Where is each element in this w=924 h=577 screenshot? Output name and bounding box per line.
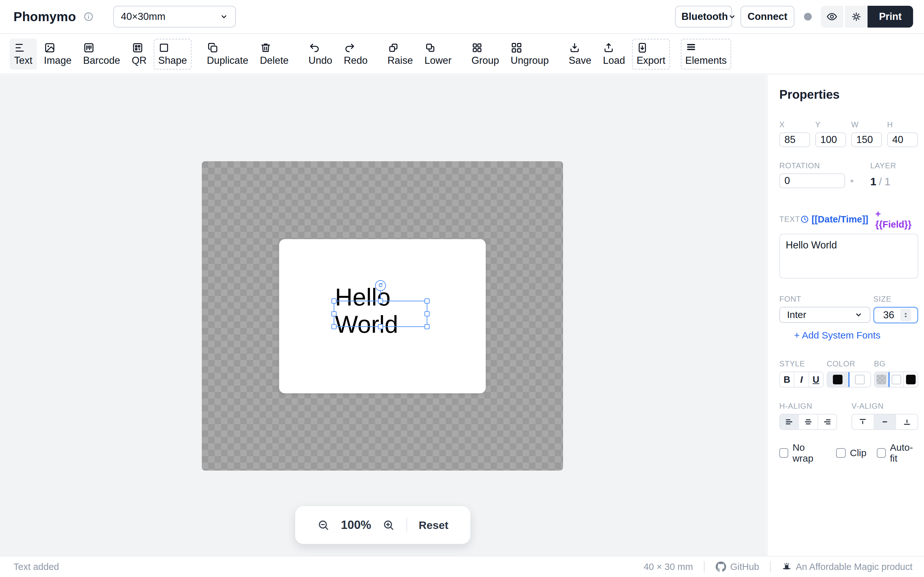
text-content-input[interactable]: Hello World	[779, 234, 918, 279]
toolbar-group-button[interactable]: Group	[467, 39, 503, 69]
toolbar-image-button[interactable]: Image	[39, 39, 76, 69]
rotate-handle[interactable]	[375, 280, 386, 291]
github-link[interactable]: GitHub	[716, 561, 759, 572]
bg-swatch-black[interactable]	[904, 372, 918, 387]
product-credit[interactable]: An Affordable Magic product	[782, 562, 913, 572]
toolbar-undo-button[interactable]: Undo	[304, 39, 337, 69]
selection-handle-sw[interactable]	[331, 324, 336, 329]
selection-handle-n[interactable]	[378, 298, 383, 303]
y-input[interactable]	[815, 132, 846, 147]
zoom-in-icon[interactable]	[382, 519, 395, 532]
white-swatch	[892, 375, 901, 384]
toolbar-lower-button[interactable]: Lower	[420, 39, 456, 69]
halign-label: H-ALIGN	[779, 402, 837, 411]
add-system-fonts-link[interactable]: + Add System Fonts	[794, 330, 918, 341]
valign-top-button[interactable]	[852, 414, 874, 429]
h-input[interactable]	[887, 132, 918, 147]
toolbar-text-button[interactable]: Text	[10, 39, 37, 69]
toolbar-qr-button[interactable]: QR	[128, 39, 152, 69]
color-swatch-white[interactable]	[850, 372, 871, 387]
print-button[interactable]: Print	[867, 6, 913, 27]
chevron-down-icon	[220, 13, 228, 21]
selection-handle-ne[interactable]	[425, 298, 430, 303]
selection-handle-s[interactable]	[378, 324, 383, 329]
insert-datetime-link[interactable]: [[Date/Time]]	[800, 214, 869, 225]
toolbar-redo-button[interactable]: Redo	[339, 39, 372, 69]
toolbar-label: Elements	[685, 55, 727, 66]
rotation-input[interactable]	[779, 173, 845, 188]
checkbox-box[interactable]	[836, 448, 846, 458]
align-center-button[interactable]	[799, 414, 818, 429]
selection-box[interactable]	[334, 301, 427, 327]
text-label: TEXT	[779, 215, 800, 224]
font-select[interactable]: Inter	[779, 307, 871, 323]
style-label: STYLE	[779, 359, 824, 368]
valign-middle-button[interactable]	[874, 414, 897, 429]
toolbar-ungroup-button[interactable]: Ungroup	[506, 39, 553, 69]
toolbar-shape-button[interactable]: Shape	[153, 39, 192, 69]
layer-value: 1/1	[870, 175, 896, 188]
toolbar-label: Raise	[388, 55, 413, 66]
toolbar-label: Duplicate	[207, 55, 248, 66]
toolbar-raise-button[interactable]: Raise	[383, 39, 417, 69]
clip-checkbox[interactable]: Clip	[836, 448, 867, 458]
toolbar-barcode-button[interactable]: Barcode	[79, 39, 124, 69]
status-bar: Text added 40 × 30 mm GitHub An Affordab…	[0, 556, 924, 577]
toolbar-save-button[interactable]: Save	[564, 39, 596, 69]
bg-swatch-white[interactable]	[890, 372, 904, 387]
toolbar-export-button[interactable]: Export	[632, 39, 670, 69]
panel-title: Properties	[779, 88, 918, 102]
toolbar-delete-button[interactable]: Delete	[255, 39, 293, 69]
info-icon[interactable]	[83, 11, 94, 22]
connection-type-select[interactable]: Bluetooth	[675, 6, 732, 27]
bg-swatch-group	[874, 372, 918, 388]
redo-icon	[344, 42, 355, 53]
gear-icon	[851, 11, 862, 23]
selection-handle-w[interactable]	[331, 311, 336, 316]
italic-button[interactable]: I	[795, 372, 809, 387]
toolbar-elements-button[interactable]: Elements	[681, 39, 731, 69]
style-group: B I U	[779, 372, 824, 388]
bold-button[interactable]: B	[780, 372, 795, 387]
bg-swatch-transparent[interactable]	[875, 372, 890, 387]
insert-field-link[interactable]: + {{Field}}	[875, 209, 918, 230]
toolbar-load-button[interactable]: Load	[598, 39, 630, 69]
color-swatch-black[interactable]	[827, 372, 850, 387]
align-right-button[interactable]	[818, 414, 837, 429]
zoom-reset-button[interactable]: Reset	[419, 519, 449, 532]
preview-button[interactable]	[821, 6, 843, 27]
underline-button[interactable]: U	[809, 372, 823, 387]
no-wrap-checkbox[interactable]: No wrap	[779, 442, 826, 464]
connect-button[interactable]: Connect	[740, 6, 795, 27]
checkbox-box[interactable]	[779, 448, 788, 458]
halign-group	[779, 414, 837, 430]
align-left-button[interactable]	[780, 414, 799, 429]
checkbox-row: No wrapClipAuto-fit	[779, 442, 918, 464]
bg-label: BG	[874, 359, 918, 368]
w-input[interactable]	[851, 132, 882, 147]
zoom-out-icon[interactable]	[317, 519, 330, 532]
align-center-icon	[804, 417, 813, 426]
valign-bottom-button[interactable]	[896, 414, 918, 429]
elements-icon	[685, 42, 697, 53]
size-stepper[interactable]	[900, 309, 911, 322]
layer-label: LAYER	[870, 161, 896, 170]
auto-fit-checkbox[interactable]: Auto-fit	[877, 442, 918, 464]
label-size-value: 40×30mm	[121, 11, 166, 23]
chevron-down-icon	[728, 13, 736, 21]
selection-handle-se[interactable]	[425, 324, 430, 329]
valign-bottom-icon	[903, 417, 911, 426]
toolbar-duplicate-button[interactable]: Duplicate	[202, 39, 253, 69]
checkbox-label: No wrap	[792, 442, 826, 464]
label-size-select[interactable]: 40×30mm	[113, 6, 236, 27]
font-size-input[interactable]	[880, 309, 897, 321]
trash-icon	[260, 42, 271, 53]
checkbox-box[interactable]	[877, 448, 886, 458]
black-swatch	[833, 375, 843, 384]
github-icon	[716, 561, 726, 572]
settings-button[interactable]	[845, 6, 867, 27]
canvas-area[interactable]: Hello World 100% Reset	[0, 75, 766, 556]
x-input[interactable]	[779, 132, 810, 147]
selection-handle-nw[interactable]	[331, 298, 336, 303]
selection-handle-e[interactable]	[425, 311, 430, 316]
